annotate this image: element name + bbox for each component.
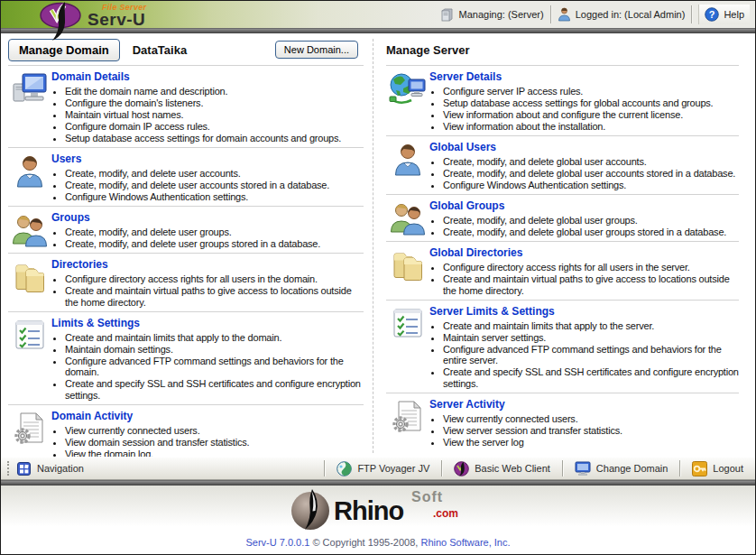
serv-u-window: File Server Serv-U Managing: (Server) [0, 0, 756, 555]
toolbar-button-label: Logout [713, 463, 743, 474]
section-bullet: Edit the domain name and description. [65, 86, 365, 97]
new-domain-button[interactable]: New Domain... [275, 41, 358, 59]
user-icon [8, 153, 51, 203]
brand-logo: File Server Serv-U [1, 1, 217, 28]
help-button[interactable]: ? Help [698, 5, 750, 24]
section-title-link-global-directories[interactable]: Global Directories [429, 246, 741, 260]
ftp-voyager-icon [337, 461, 352, 476]
serv-u-mini-icon [454, 461, 469, 476]
section-bullet: Create, modify, and delete user accounts… [65, 180, 365, 191]
rhinosoft-logo[interactable]: Rhino Soft .com [289, 488, 467, 532]
server-panel-header: Manage Server [386, 34, 748, 65]
section-title-link-server-activity[interactable]: Server Activity [429, 398, 741, 412]
rhinosoft-wordmark: Rhino Soft .com [332, 489, 467, 531]
managing-label: Managing: (Server) [459, 9, 544, 20]
toolbar-button-change-domain[interactable]: Change Domain [567, 458, 677, 479]
section-users: UsersCreate, modify, and delete user acc… [8, 148, 373, 206]
section-title-link-domain-activity[interactable]: Domain Activity [51, 410, 365, 423]
section-bullet: View currently connected users. [443, 413, 741, 425]
section-bullet: View the server log [443, 437, 741, 449]
folders-icon [8, 258, 51, 309]
section-bullet: View the domain log. [65, 449, 365, 458]
section-bullet: Create and maintain virtual paths to giv… [443, 273, 741, 296]
section-bullet: Create and maintain limits that apply to… [65, 332, 365, 344]
page-title: Manage Server [386, 43, 470, 57]
section-bullet: View information about the installation. [443, 121, 741, 133]
section-server-details: Server DetailsConfigure server IP access… [386, 66, 748, 135]
monitor-icon [575, 461, 591, 476]
toolbar-grip-handle[interactable] [7, 461, 10, 476]
section-title-link-users[interactable]: Users [51, 153, 365, 166]
svg-text:?: ? [709, 9, 715, 20]
section-bullet: Configure advanced FTP command settings … [65, 356, 365, 378]
section-groups: GroupsCreate, modify, and delete user gr… [8, 207, 373, 253]
section-bullet: Create, modify, and delete global user a… [443, 156, 741, 168]
section-bullet: Create and maintain virtual paths to giv… [65, 285, 365, 308]
section-bullet: Create, modify, and delete global user a… [443, 168, 741, 180]
section-title-link-global-groups[interactable]: Global Groups [429, 199, 741, 213]
version-link[interactable]: Serv-U 7.0.0.1 [245, 537, 309, 548]
section-bullet: Configure server IP access rules. [443, 86, 741, 97]
soft-text: Soft [411, 489, 443, 505]
section-bullet: Setup database access settings for globa… [443, 97, 741, 109]
section-title-link-server-limits-settings[interactable]: Server Limits & Settings [429, 305, 741, 319]
section-bullet: Configure domain IP access rules. [65, 121, 365, 133]
section-bullets: Configure directory access rights for al… [51, 273, 365, 308]
section-bullets: Create, modify, and delete user groups.C… [51, 227, 365, 250]
toolbar-buttons: FTP Voyager JVBasic Web ClientChange Dom… [320, 458, 751, 479]
section-server-activity: Server ActivityView currently connected … [386, 393, 748, 451]
section-bullet: Create, modify, and delete global user g… [443, 215, 741, 227]
server-tower-icon [439, 7, 455, 23]
serv-u-logo-icon [37, 2, 84, 42]
section-bullet: Setup database access settings for domai… [65, 133, 365, 144]
footer: Rhino Soft .com Serv-U 7.0.0.1 © Copyrig… [1, 486, 755, 554]
managing-status: Managing: (Server) [439, 7, 544, 23]
folders-icon [386, 246, 429, 297]
group-icon [386, 199, 429, 238]
section-server-limits-settings: Server Limits & SettingsCreate and maint… [386, 301, 748, 393]
section-title-link-server-details[interactable]: Server Details [429, 70, 741, 84]
logged-in-status: Logged in: (Local Admin) [558, 7, 686, 22]
section-bullet: View domain session and transfer statist… [65, 437, 365, 449]
section-bullet: Create, modify, and delete user accounts… [65, 168, 365, 180]
section-bullet: Create and specify SSL and SSH certifica… [443, 366, 741, 389]
section-directories: DirectoriesConfigure directory access ri… [8, 254, 373, 311]
copyright-text: © Copyright 1995-2008, [312, 537, 418, 548]
manage-domain-button[interactable]: Manage Domain [8, 39, 120, 61]
activity-log-icon [8, 410, 51, 458]
activity-log-icon [386, 398, 429, 449]
toolbar-button-basic-web-client[interactable]: Basic Web Client [446, 458, 558, 479]
divider [441, 460, 442, 476]
help-label: Help [724, 9, 744, 20]
toolbar-button-logout[interactable]: Logout [684, 458, 751, 479]
toolbar-button-label: FTP Voyager JV [357, 463, 429, 474]
divider [324, 460, 325, 476]
globe-computer-icon [386, 70, 429, 133]
company-link[interactable]: Rhino Software, Inc. [420, 537, 510, 548]
person-icon [558, 7, 571, 22]
section-global-groups: Global GroupsCreate, modify, and delete … [386, 195, 748, 241]
section-bullet: Configure Windows Authentication setting… [65, 191, 365, 203]
main-content: Manage Domain DataTaika New Domain... Do… [1, 33, 755, 457]
section-title-link-directories[interactable]: Directories [51, 258, 365, 272]
divider [550, 5, 551, 23]
copyright-line: Serv-U 7.0.0.1 © Copyright 1995-2008, Rh… [1, 537, 755, 548]
section-title-link-limits-settings[interactable]: Limits & Settings [51, 317, 365, 330]
section-bullets: View currently connected users.View doma… [51, 425, 365, 458]
section-title-link-global-users[interactable]: Global Users [429, 141, 741, 154]
section-title-link-groups[interactable]: Groups [51, 211, 365, 225]
checklist-icon [8, 317, 51, 402]
toolbar-button-ftp-voyager-jv[interactable]: FTP Voyager JV [328, 458, 438, 479]
toolbar-button-label: Change Domain [596, 463, 668, 474]
header: File Server Serv-U Managing: (Server) [1, 1, 755, 28]
section-bullet: View information about and configure the… [443, 109, 741, 121]
user-icon [386, 141, 429, 191]
section-bullets: Create and maintain limits that apply to… [429, 320, 741, 390]
section-domain-details: Domain DetailsEdit the domain name and d… [8, 66, 373, 147]
section-global-users: Global UsersCreate, modify, and delete g… [386, 136, 748, 194]
divider [562, 460, 563, 476]
group-icon [8, 211, 51, 250]
section-title-link-domain-details[interactable]: Domain Details [51, 70, 365, 84]
section-bullets: Create and maintain limits that apply to… [51, 332, 365, 402]
server-sections: Server DetailsConfigure server IP access… [386, 66, 748, 451]
